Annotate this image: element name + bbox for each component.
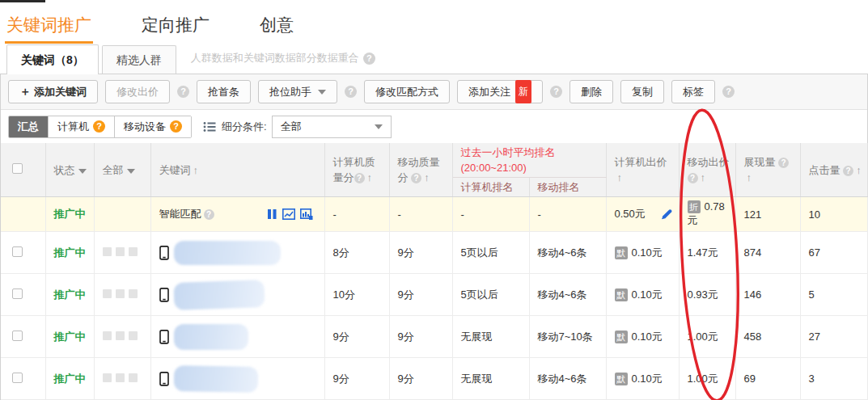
pc-rank-cell: 无展现 [452, 358, 529, 400]
row-checkbox[interactable] [12, 331, 23, 341]
row-checkbox[interactable] [12, 373, 23, 383]
tab-keywords[interactable]: 关键词（8） [6, 44, 99, 74]
trend-chart-icon[interactable] [282, 208, 295, 220]
header-mobile-quality[interactable]: 移动质量分 ?↑ [389, 143, 452, 197]
segment-summary[interactable]: 汇总 [9, 116, 48, 137]
help-icon[interactable]: ? [722, 86, 735, 98]
pc-bid-cell: 默0.10元 [606, 358, 679, 400]
impressions-cell: 874 [735, 232, 800, 274]
header-pc-bid[interactable]: 计算机出价 ↑ [606, 143, 679, 197]
pc-bid-cell: 默0.10元 [606, 232, 679, 274]
keyword-cell: 智能匹配 ? [150, 197, 324, 232]
sort-asc-icon[interactable]: ↑ [701, 171, 706, 183]
keyword-cell[interactable] [150, 274, 324, 316]
edit-pencil-icon[interactable] [660, 208, 673, 221]
modify-match-type-button[interactable]: 修改匹配方式 [364, 80, 450, 103]
help-icon[interactable]: ? [411, 173, 421, 183]
mobile-phone-icon [159, 372, 169, 386]
mobile-rank-cell: 移动4~6条 [529, 232, 606, 274]
add-keyword-label: 添加关键词 [34, 81, 87, 103]
mobile-bid-cell: 折0.78元 [679, 197, 735, 232]
checkbox-cell [1, 316, 45, 358]
filter-caret-icon [78, 169, 87, 174]
help-icon[interactable]: ? [550, 86, 562, 98]
sort-asc-icon[interactable]: ↑ [617, 171, 623, 183]
tag-button[interactable]: 标签 [671, 80, 715, 103]
clicks-cell: 3 [800, 358, 867, 400]
add-keyword-button[interactable]: ＋ 添加关键词 [8, 80, 98, 103]
pc-bid-value: 0.10元 [632, 331, 663, 343]
nav-tab-creative[interactable]: 创意 [258, 14, 295, 44]
keyword-cell[interactable] [150, 358, 324, 400]
copy-button[interactable]: 复制 [620, 80, 664, 103]
segment-mobile[interactable]: 移动设备 ? [114, 116, 191, 137]
select-all-checkbox[interactable] [12, 163, 23, 174]
header-impressions[interactable]: 展现量 ?↑ [735, 143, 800, 197]
help-icon[interactable]: ? [688, 173, 698, 183]
status-cell: 推广中 [45, 274, 94, 316]
header-mobile-bid[interactable]: 移动出价 ?↑ [679, 143, 735, 197]
header-pc-quality[interactable]: 计算机质量分?↑ [324, 143, 389, 197]
status-cell: 推广中 [45, 197, 94, 232]
segment-condition-select[interactable]: 全部 [272, 116, 392, 138]
impressions-cell: 146 [735, 274, 800, 316]
status-cell: 推广中 [45, 358, 94, 400]
help-icon[interactable]: ? [204, 209, 214, 220]
row-checkbox[interactable] [12, 288, 23, 299]
bar-chart-phone-icon[interactable] [300, 208, 313, 220]
grab-headline-button[interactable]: 抢首条 [197, 80, 251, 103]
sort-asc-icon[interactable]: ↑ [856, 164, 862, 176]
header-keyword[interactable]: 关键词↑ [150, 143, 324, 197]
chevron-down-icon [318, 90, 326, 95]
help-icon[interactable]: ? [843, 166, 853, 176]
sort-asc-icon[interactable]: ↑ [367, 171, 373, 183]
header-clicks[interactable]: 点击量 ?↑ [800, 143, 867, 197]
header-scope[interactable]: 全部 [94, 143, 150, 197]
tab-audience[interactable]: 精选人群 [102, 45, 176, 74]
mobile-bid-cell: 0.93元 [679, 274, 735, 316]
pc-rank-cell: - [452, 197, 529, 232]
tab-note: 人群数据和关键词数据部分数据重合 ? [191, 51, 375, 65]
impressions-cell: 69 [735, 358, 800, 400]
help-icon[interactable]: ? [177, 86, 189, 98]
help-icon[interactable]: ? [170, 120, 182, 133]
checkbox-cell [1, 358, 45, 400]
nav-tab-targeted-promotion[interactable]: 定向推广 [140, 14, 211, 44]
help-icon[interactable]: ? [363, 53, 375, 65]
status-cell: 推广中 [45, 232, 94, 274]
rank-assistant-button[interactable]: 抢位助手 [258, 80, 337, 103]
pause-icon[interactable] [266, 208, 277, 220]
pc-rank-cell: 5页以后 [452, 274, 529, 316]
table-row: 推广中 10分 9分 5页以后 移动4~6条 默0.10元 0.93元 146 [1, 274, 867, 316]
pc-bid-cell: 0.50元 [606, 197, 679, 232]
pc-bid-value: 0.10元 [632, 246, 663, 259]
help-icon[interactable]: ? [345, 86, 357, 98]
help-icon[interactable]: ? [93, 120, 105, 133]
sort-asc-icon[interactable]: ↑ [193, 164, 199, 176]
mobile-rank-cell: 移动4~6条 [529, 274, 606, 316]
header-status[interactable]: 状态 [45, 143, 94, 197]
header-mobile-rank: 移动排名 [529, 178, 606, 197]
default-bid-badge: 默 [615, 373, 628, 385]
sort-asc-icon[interactable]: ↑ [747, 171, 752, 183]
keyword-cell[interactable] [150, 316, 324, 358]
segment-condition-value: 全部 [281, 120, 302, 134]
add-watch-label: 添加关注 [468, 81, 510, 103]
row-checkbox[interactable] [12, 246, 23, 257]
mobile-bid-cell: 1.00元 [679, 316, 735, 358]
delete-button[interactable]: 删除 [569, 80, 613, 103]
redacted-keyword [173, 365, 258, 393]
pc-quality-cell: 9分 [324, 358, 389, 400]
filter-caret-icon [127, 169, 135, 174]
table-row: 推广中 9分 9分 无展现 移动7~10条 默0.10元 1.00元 458 [1, 316, 867, 358]
mobile-quality-cell: 9分 [389, 232, 452, 274]
nav-tab-keyword-promotion[interactable]: 关键词推广 [5, 14, 93, 44]
help-icon[interactable]: ? [778, 158, 789, 168]
segment-computer[interactable]: 计算机 ? [48, 116, 114, 137]
clicks-cell: 27 [800, 316, 867, 358]
keyword-cell[interactable] [150, 232, 324, 274]
modify-bid-button[interactable]: 修改出价 [105, 80, 170, 103]
help-icon[interactable]: ? [354, 173, 365, 183]
sort-asc-icon[interactable]: ↑ [424, 171, 430, 183]
add-watch-button[interactable]: 添加关注 新 [457, 80, 543, 103]
